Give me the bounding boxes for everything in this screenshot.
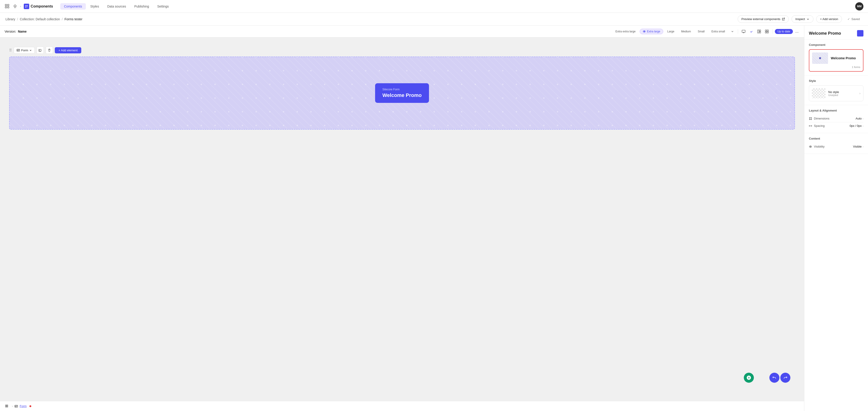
duplicate-button[interactable] <box>36 46 44 54</box>
check-icon[interactable] <box>748 28 754 35</box>
chevron-down-icon <box>806 18 810 21</box>
up-to-date-badge[interactable]: Up to date <box>775 29 793 34</box>
bottom-form-link[interactable]: Form <box>20 404 27 408</box>
visibility-value[interactable]: Visible › <box>853 145 863 148</box>
size-sm[interactable]: Small <box>695 29 707 34</box>
breadcrumb-chevron: › <box>20 5 21 8</box>
style-name: No style <box>828 90 857 94</box>
style-sub: Unstyled <box>828 94 857 97</box>
svg-rect-12 <box>765 32 767 33</box>
component-info: Welcome Promo <box>831 56 860 60</box>
style-info: No style Unstyled <box>828 90 857 97</box>
size-xs[interactable]: Extra small <box>709 29 727 34</box>
form-type-button[interactable]: Form <box>14 47 35 54</box>
version-label: Version: Name <box>5 30 27 33</box>
size-md[interactable]: Medium <box>679 29 694 34</box>
svg-rect-17 <box>7 405 8 406</box>
drag-handle[interactable]: ⠿ <box>9 48 12 53</box>
dimensions-value[interactable]: Auto › <box>856 117 863 120</box>
component-name: Welcome Promo <box>831 56 860 60</box>
component-section: Component Welcome Promo 1 forms <box>804 39 868 75</box>
user-avatar[interactable]: MM <box>855 2 863 10</box>
undo-redo-controls <box>769 373 790 383</box>
nav-tab-components[interactable]: Components <box>60 3 86 9</box>
undo-button[interactable] <box>769 373 779 383</box>
redo-button[interactable] <box>780 373 790 383</box>
grid-icon[interactable] <box>5 4 10 9</box>
expand-size-icon[interactable] <box>729 28 736 35</box>
breadcrumb-collection[interactable]: Collection: Default collection <box>20 17 60 21</box>
nav-tab-styles[interactable]: Styles <box>87 3 103 9</box>
thumb-dot <box>819 57 821 59</box>
home-icon[interactable] <box>13 4 17 9</box>
breadcrumb: Library / Collection: Default collection… <box>5 17 83 21</box>
svg-rect-16 <box>5 405 6 406</box>
svg-point-22 <box>810 146 811 147</box>
version-bar: Version: Name Extra extra large Extra la… <box>0 26 804 37</box>
right-panel: Welcome Promo Component Welcome Promo 1 … <box>804 26 868 411</box>
size-lg[interactable]: Large <box>664 29 677 34</box>
red-dot-indicator <box>29 405 31 407</box>
undo-icon <box>772 375 777 380</box>
nav-tab-settings[interactable]: Settings <box>154 3 173 9</box>
inspect-button[interactable]: Inspect <box>792 15 813 23</box>
nav-tab-publishing[interactable]: Publishing <box>131 3 153 9</box>
form-center-card: Sitecore Form Welcome Promo <box>375 83 429 103</box>
svg-rect-18 <box>5 406 6 407</box>
spacing-chevron: › <box>863 125 863 127</box>
dimensions-label: Dimensions <box>809 117 829 120</box>
nav-tab-datasources[interactable]: Data sources <box>104 3 130 9</box>
color-swatch[interactable] <box>857 30 863 36</box>
svg-rect-15 <box>39 49 41 51</box>
svg-rect-7 <box>757 30 759 33</box>
style-section: Style No style Unstyled › <box>804 75 868 105</box>
breadcrumb-library[interactable]: Library <box>5 17 15 21</box>
external-link-icon <box>782 18 785 21</box>
size-xl[interactable]: Extra large <box>640 29 663 34</box>
component-card-inner: Welcome Promo <box>812 53 860 64</box>
logo-icon <box>24 4 29 9</box>
redo-icon <box>783 375 788 380</box>
svg-rect-13 <box>767 32 769 33</box>
component-forms-count: 1 forms <box>812 66 860 68</box>
main-layout: Version: Name Extra extra large Extra la… <box>0 26 868 411</box>
layout-section: Layout & alignment Dimensions Auto › <box>804 105 868 133</box>
svg-rect-14 <box>17 49 20 51</box>
delete-button[interactable] <box>46 46 53 54</box>
add-element-button[interactable]: + Add element <box>55 47 81 54</box>
style-thumb <box>812 88 826 98</box>
grid-view-icon[interactable] <box>764 28 770 35</box>
grammarly-button[interactable] <box>744 373 754 383</box>
preview-external-button[interactable]: Preview external components <box>738 15 789 23</box>
form-card-label: Sitecore Form <box>382 88 422 91</box>
bottom-bar: › Form <box>0 401 804 411</box>
grid-bottom-icon[interactable] <box>4 403 10 409</box>
breadcrumb-actions: Preview external components Inspect + Ad… <box>738 15 863 23</box>
form-component[interactable]: Sitecore Form Welcome Promo <box>9 57 795 130</box>
spacing-row: Spacing 0px / 0px › <box>809 122 863 129</box>
dimensions-icon <box>809 117 812 120</box>
panel-header: Welcome Promo <box>804 26 868 39</box>
svg-rect-10 <box>765 30 767 31</box>
dimensions-row: Dimensions Auto › <box>809 115 863 122</box>
breadcrumb-current: Forms tester <box>64 17 83 21</box>
visibility-label: Visibility <box>809 145 825 148</box>
component-section-title: Component <box>809 43 863 46</box>
form-bottom-icon <box>14 405 18 408</box>
more-options-button[interactable]: ... <box>794 29 800 34</box>
eye-icon <box>643 30 646 33</box>
layout-icon[interactable] <box>756 28 762 35</box>
style-section-title: Style <box>809 79 863 82</box>
spacing-value[interactable]: 0px / 0px › <box>850 124 863 128</box>
add-version-button[interactable]: + Add version <box>816 15 842 23</box>
style-preview[interactable]: No style Unstyled › <box>809 85 863 101</box>
desktop-view-icon[interactable] <box>740 28 747 35</box>
size-xxl[interactable]: Extra extra large <box>613 29 638 34</box>
style-arrow-icon: › <box>859 92 861 95</box>
form-icon <box>17 48 20 52</box>
panel-title: Welcome Promo <box>809 31 841 36</box>
svg-rect-9 <box>759 32 761 33</box>
saved-status: ✓ Saved <box>845 15 863 23</box>
component-card[interactable]: Welcome Promo 1 forms <box>809 49 863 72</box>
content-section: Content Visibility Visible › <box>804 133 868 154</box>
